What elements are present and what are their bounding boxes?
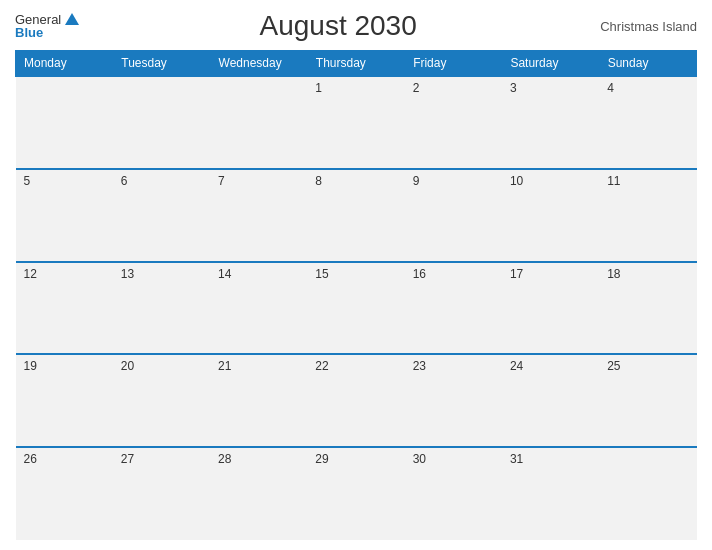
calendar-cell: 23 [405,354,502,447]
calendar-week-row: 262728293031 [16,447,697,540]
day-number: 26 [24,452,37,466]
day-number: 23 [413,359,426,373]
day-header-sunday: Sunday [599,51,696,77]
region-label: Christmas Island [597,19,697,34]
day-number: 5 [24,174,31,188]
logo: General Blue [15,13,79,39]
calendar-cell: 10 [502,169,599,262]
calendar-cell: 5 [16,169,113,262]
logo-triangle-icon [65,13,79,25]
calendar-cell: 26 [16,447,113,540]
day-number: 3 [510,81,517,95]
calendar-cell: 31 [502,447,599,540]
calendar-cell: 1 [307,76,404,169]
calendar-cell: 27 [113,447,210,540]
calendar-cell: 16 [405,262,502,355]
day-number: 1 [315,81,322,95]
day-number: 11 [607,174,620,188]
calendar-cell: 29 [307,447,404,540]
calendar-cell: 19 [16,354,113,447]
calendar-header: General Blue August 2030 Christmas Islan… [15,10,697,42]
day-header-thursday: Thursday [307,51,404,77]
calendar-cell [599,447,696,540]
calendar-cell: 14 [210,262,307,355]
day-number: 30 [413,452,426,466]
calendar-cell: 11 [599,169,696,262]
calendar-cell [113,76,210,169]
day-number: 2 [413,81,420,95]
calendar-cell: 20 [113,354,210,447]
calendar-cell: 3 [502,76,599,169]
logo-blue-text: Blue [15,26,79,39]
day-number: 25 [607,359,620,373]
day-number: 21 [218,359,231,373]
calendar-week-row: 19202122232425 [16,354,697,447]
day-number: 13 [121,267,134,281]
calendar-cell: 7 [210,169,307,262]
day-number: 18 [607,267,620,281]
calendar-cell: 12 [16,262,113,355]
day-number: 10 [510,174,523,188]
calendar-cell: 8 [307,169,404,262]
calendar-cell: 28 [210,447,307,540]
calendar-cell: 13 [113,262,210,355]
day-header-tuesday: Tuesday [113,51,210,77]
day-number: 17 [510,267,523,281]
calendar-cell: 17 [502,262,599,355]
day-number: 20 [121,359,134,373]
calendar-cell: 2 [405,76,502,169]
day-header-monday: Monday [16,51,113,77]
day-number: 16 [413,267,426,281]
day-number: 4 [607,81,614,95]
calendar-title: August 2030 [79,10,597,42]
calendar-cell: 4 [599,76,696,169]
calendar-cell: 21 [210,354,307,447]
calendar-cell: 30 [405,447,502,540]
day-number: 15 [315,267,328,281]
calendar-header-row: MondayTuesdayWednesdayThursdayFridaySatu… [16,51,697,77]
day-number: 28 [218,452,231,466]
day-number: 19 [24,359,37,373]
day-number: 27 [121,452,134,466]
calendar-cell: 25 [599,354,696,447]
day-number: 29 [315,452,328,466]
day-number: 31 [510,452,523,466]
day-number: 24 [510,359,523,373]
day-header-friday: Friday [405,51,502,77]
calendar-week-row: 12131415161718 [16,262,697,355]
calendar-container: General Blue August 2030 Christmas Islan… [0,0,712,550]
calendar-cell: 15 [307,262,404,355]
day-number: 14 [218,267,231,281]
day-number: 6 [121,174,128,188]
day-number: 8 [315,174,322,188]
day-number: 22 [315,359,328,373]
calendar-cell: 9 [405,169,502,262]
calendar-cell: 18 [599,262,696,355]
day-header-saturday: Saturday [502,51,599,77]
day-number: 7 [218,174,225,188]
calendar-cell: 24 [502,354,599,447]
calendar-cell: 6 [113,169,210,262]
calendar-cell [210,76,307,169]
calendar-week-row: 567891011 [16,169,697,262]
calendar-cell [16,76,113,169]
day-number: 9 [413,174,420,188]
calendar-week-row: 1234 [16,76,697,169]
calendar-cell: 22 [307,354,404,447]
day-number: 12 [24,267,37,281]
day-header-wednesday: Wednesday [210,51,307,77]
calendar-table: MondayTuesdayWednesdayThursdayFridaySatu… [15,50,697,540]
